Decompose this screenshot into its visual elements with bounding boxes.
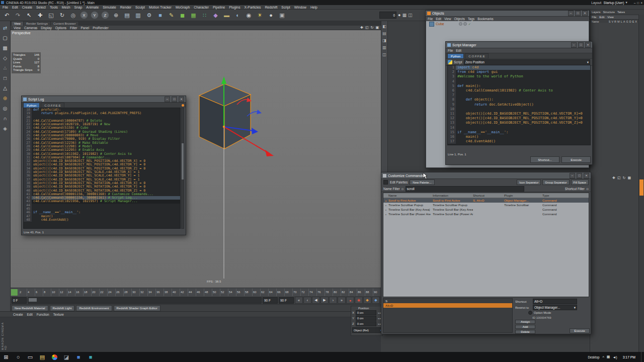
chrome-icon[interactable] [48,352,60,362]
minimize-button[interactable]: – [165,97,170,102]
current-frame-field[interactable]: 0 F [12,297,27,304]
app-icon-dark[interactable]: ◪ [60,352,72,362]
redo-icon[interactable]: ↷ [13,10,23,21]
menu-item[interactable]: Filter [70,26,77,30]
close-button[interactable]: × [179,97,184,102]
texture-mode-icon[interactable]: ▩ [1,44,10,52]
edit-palettes-checkbox[interactable] [383,180,388,185]
menu-item[interactable]: Edit [456,49,461,52]
display-filter-icon[interactable]: ▣ [277,10,287,21]
menu-item[interactable]: Help [310,6,317,9]
editor-scrollbar[interactable] [181,108,184,229]
toggle-view-icon[interactable]: ▦ [627,176,631,180]
execute-button[interactable]: Execute [561,156,591,163]
subdivision-surface-icon[interactable]: ◼ [177,10,188,21]
name-filter-input[interactable]: scroll [406,186,524,192]
column-header[interactable]: Information [433,194,473,197]
menu-item[interactable]: Edit [12,6,18,9]
name-filter-options-icon[interactable]: ⊙ [401,187,404,191]
coordinate-mode-dropdown[interactable]: Object (Rel) ▾ [352,327,383,333]
desktop-toolbar-label[interactable]: Desktop [588,355,599,359]
menu-item[interactable]: Mesh [62,6,70,9]
shortcut-list-item[interactable]: Alt+D [383,303,512,308]
minimize-button[interactable]: – [634,1,636,5]
zoom-view-icon[interactable]: ◱ [617,176,621,180]
menu-item[interactable]: Edit [599,16,604,19]
menu-item[interactable]: Pipeline [213,6,225,9]
live-selection-icon[interactable]: ↖ [24,10,34,21]
script-selector-dropdown[interactable]: Zero Position ▾ [464,59,590,65]
assign-button[interactable]: Assign [515,320,535,324]
language-tab[interactable]: Python [23,103,40,108]
pen-tool-icon[interactable]: ✎ [166,10,177,21]
menu-item[interactable]: Display [41,26,51,30]
visibility-dot-render[interactable] [463,22,467,26]
play-forward-button[interactable]: ▶ [320,297,329,304]
material-icon[interactable]: ● [266,10,276,21]
object-state-icon[interactable]: ✓ [468,22,471,26]
script-log-editor[interactable]: 18def prefs(id):19 return plugins.FindPl… [23,108,181,229]
floor-object-icon[interactable]: ▬ [221,10,232,21]
next-frame-button[interactable]: › [329,297,337,304]
column-header[interactable]: Shortcut [473,194,504,197]
start-button[interactable]: ⊞ [0,352,12,362]
menu-item[interactable]: Options [55,26,66,30]
end-frame-field[interactable]: 90 F [263,297,278,304]
object-name[interactable]: Cube [436,22,444,26]
redshift-button[interactable]: Redshift Shader Graph Editor [114,305,160,311]
column-header[interactable]: Type [542,194,573,197]
y-axis-toggle[interactable]: Y [91,11,99,19]
minimize-button[interactable]: – [571,42,577,48]
range-slider-handle[interactable] [29,298,37,302]
task-view-icon[interactable]: ▭ [24,352,36,362]
command-row[interactable]: Timeline Scroll Bar (Power Are Timeline … [383,212,589,216]
close-button[interactable]: × [582,11,588,16]
pan-view-icon[interactable]: ✚ [612,176,615,180]
volume-icon[interactable]: ◄) [612,355,617,359]
close-button[interactable]: × [584,173,589,178]
menu-item[interactable]: Character [194,6,209,9]
light-object-icon[interactable]: ☀ [255,10,265,21]
last-tool-icon[interactable]: ◎ [68,10,78,21]
toggle-view-icon[interactable]: ▣ [375,26,379,30]
goto-end-button[interactable]: » [338,297,346,304]
column-header[interactable]: Name [388,194,433,197]
rotate-tool-icon[interactable]: ↻ [57,10,67,21]
render-sphere-icon[interactable]: ● [398,13,400,18]
visibility-dot-editor[interactable] [459,22,462,26]
minimize-button[interactable]: – [568,11,574,16]
menu-item[interactable]: File [448,49,453,52]
menu-item[interactable]: File [592,16,596,19]
fill-space-button[interactable]: Fill Space [571,179,589,185]
menu-item[interactable]: Window [294,6,306,9]
menu-item[interactable]: Edit [27,313,33,316]
polygons-mode-icon[interactable]: △ [1,84,10,93]
render-settings-icon[interactable]: ⚙ [144,10,154,21]
maximize-button[interactable]: □ [578,42,584,48]
shortcut-input[interactable]: Alt+D [533,299,577,304]
max-frame-field[interactable]: 90 F [279,297,294,304]
maximize-button[interactable]: □ [575,11,581,16]
menu-item[interactable]: Simulate [103,6,116,9]
menu-item[interactable]: Texture [53,313,64,316]
layout-selector[interactable]: Startup (User) [604,1,624,5]
maximize-button[interactable]: □ [577,173,582,178]
close-button[interactable]: × [640,1,642,5]
render-quality-field[interactable]: 0 [379,12,396,19]
grid-toggle-icon[interactable]: ▦ [402,13,407,18]
layout-dropdown-icon[interactable]: ▾ [625,1,627,5]
timeline-range-slider[interactable] [28,297,262,304]
current-frame-marker[interactable] [11,289,18,296]
menu-item[interactable]: Redshift [265,6,277,9]
menu-item[interactable]: Bookmarks [477,17,494,21]
panel-options-icon[interactable] [182,104,184,107]
timeline-ruler[interactable]: 0246810121416182022242628303234363840424… [11,288,381,296]
redshift-button[interactable]: Redshift Light [50,305,75,311]
z-axis-toggle[interactable]: Z [101,11,109,19]
new-palette-button[interactable]: New Palette... [410,179,434,185]
coordinate-field[interactable]: 0 cm [356,321,376,326]
maximize-button[interactable]: □ [637,1,639,5]
scrollbar-thumb[interactable] [182,143,184,179]
menu-item[interactable]: Objects [454,17,465,21]
language-tab[interactable]: C.O.F.F.E.E [41,103,64,108]
